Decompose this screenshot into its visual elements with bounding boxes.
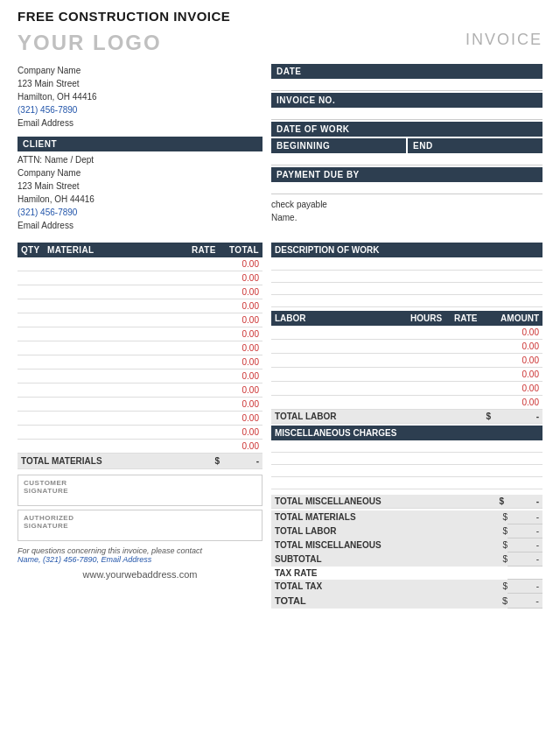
labor-table: LABOR HOURS RATE AMOUNT 0.00 0.00 0.00 0…	[271, 311, 542, 424]
client-info: ATTN: Name / Dept Company Name 123 Main …	[18, 153, 262, 232]
company-phone: (321) 456-7890	[18, 103, 262, 116]
misc-row	[271, 453, 542, 465]
labor-total-row: TOTAL LABOR $ -	[271, 409, 542, 423]
logo: YOUR LOGO	[18, 31, 162, 55]
date-label: DATE	[271, 64, 542, 79]
labor-row: 0.00	[271, 367, 542, 381]
summary-totaltax-row: TOTAL TAX $ -	[271, 580, 542, 594]
date-of-work-row: DATE OF WORK	[271, 122, 542, 137]
desc-row	[271, 294, 542, 306]
mat-row: 0.00	[18, 285, 262, 299]
misc-table: MISCELLANEOUS CHARGES	[271, 426, 542, 490]
company-street: 123 Main Street	[18, 77, 262, 90]
summary-subtotal-row: SUBTOTAL $ -	[271, 552, 542, 567]
company-email: Email Address	[18, 116, 262, 130]
summary-misc-row: TOTAL MISCELLANEOUS $ -	[271, 538, 542, 552]
payment-due-label: PAYMENT DUE BY	[271, 167, 542, 182]
misc-row	[271, 440, 542, 453]
mat-col-rate: RATE	[188, 243, 223, 257]
mat-row: 0.00	[18, 384, 262, 398]
mat-row: 0.00	[18, 299, 262, 313]
summary-total-row: TOTAL $ -	[271, 594, 542, 609]
check-payable: check payable Name.	[271, 198, 542, 224]
labor-col-labor: LABOR	[271, 311, 407, 326]
misc-header: MISCELLANEOUS CHARGES	[271, 426, 542, 440]
invoice-no-row: INVOICE NO.	[271, 93, 542, 108]
company-name: Company Name	[18, 64, 262, 77]
mat-col-qty: QTY	[18, 243, 44, 257]
mat-row: 0.00	[18, 440, 262, 454]
misc-row	[271, 477, 542, 489]
footer-note: For questions concerning this invoice, p…	[18, 546, 262, 564]
summary-table: TOTAL MATERIALS $ - TOTAL LABOR $ - TOTA…	[271, 510, 542, 609]
mat-row: 0.00	[18, 271, 262, 285]
mat-row: 0.00	[18, 313, 262, 327]
mat-row: 0.00	[18, 341, 262, 355]
desc-row	[271, 270, 542, 282]
desc-row	[271, 282, 542, 294]
misc-row	[271, 465, 542, 477]
date-row: DATE	[271, 64, 542, 79]
payment-due-row: PAYMENT DUE BY	[271, 167, 542, 182]
materials-table: QTY MATERIAL RATE TOTAL 0.00 0.00 0.00 0…	[18, 243, 262, 469]
beginning-label: BEGINNING	[271, 138, 406, 153]
mat-row: 0.00	[18, 398, 262, 412]
summary-taxrate-row: TAX RATE	[271, 567, 542, 580]
client-phone: (321) 456-7890	[18, 206, 262, 219]
client-street: 123 Main Street	[18, 179, 262, 193]
page-title: FREE CONSTRUCTION INVOICE	[18, 9, 542, 24]
mat-row: 0.00	[18, 412, 262, 426]
authorized-signature: AUTHORIZED SIGNATURE	[18, 510, 262, 541]
client-header: CLIENT	[18, 137, 262, 151]
mat-row: 0.00	[18, 355, 262, 369]
company-info: Company Name 123 Main Street Hamilton, O…	[18, 64, 262, 130]
summary-materials-row: TOTAL MATERIALS $ -	[271, 510, 542, 524]
labor-row: 0.00	[271, 353, 542, 367]
mat-row: 0.00	[18, 257, 262, 271]
labor-col-rate: RATE	[451, 311, 494, 326]
labor-col-amount: AMOUNT	[494, 311, 542, 326]
desc-row	[271, 257, 542, 270]
mat-col-material: MATERIAL	[44, 243, 188, 257]
labor-col-hours: HOURS	[407, 311, 451, 326]
client-email: Email Address	[18, 219, 262, 232]
labor-row: 0.00	[271, 326, 542, 340]
desc-header: DESCRIPTION OF WORK	[271, 243, 542, 257]
date-of-work-label: DATE OF WORK	[271, 122, 542, 137]
website: www.yourwebaddress.com	[18, 569, 262, 580]
labor-row: 0.00	[271, 339, 542, 353]
invoice-no-label: INVOICE NO.	[271, 93, 542, 108]
invoice-label: INVOICE	[466, 31, 542, 49]
mat-row: 0.00	[18, 426, 262, 440]
customer-signature: CUSTOMER SIGNATURE	[18, 475, 262, 506]
mat-row: 0.00	[18, 327, 262, 341]
mat-total-row: TOTAL MATERIALS $ -	[18, 454, 262, 469]
description-table: DESCRIPTION OF WORK	[271, 243, 542, 307]
end-label: END	[408, 138, 542, 153]
begin-end-row: BEGINNING END	[271, 138, 542, 153]
summary-labor-row: TOTAL LABOR $ -	[271, 524, 542, 538]
company-city: Hamilton, OH 44416	[18, 90, 262, 103]
client-city: Hamilon, OH 44416	[18, 193, 262, 206]
client-name: Company Name	[18, 166, 262, 179]
client-attn: ATTN: Name / Dept	[18, 153, 262, 166]
misc-total-table: TOTAL MISCELLANEOUS $ -	[271, 495, 542, 509]
mat-row: 0.00	[18, 369, 262, 384]
mat-col-total: TOTAL	[223, 243, 262, 257]
labor-row: 0.00	[271, 381, 542, 395]
labor-row: 0.00	[271, 395, 542, 409]
misc-total-row: TOTAL MISCELLANEOUS $ -	[271, 495, 542, 509]
